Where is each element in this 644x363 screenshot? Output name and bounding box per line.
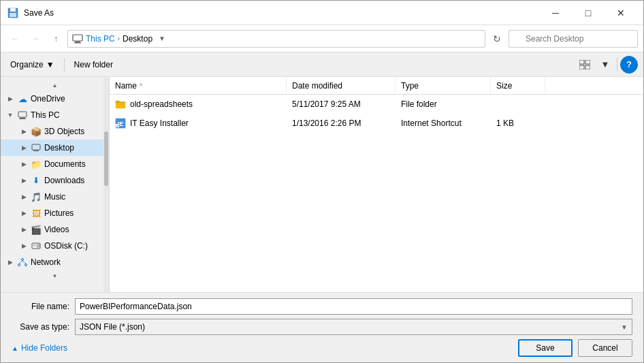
- address-bar: ← → ↑ This PC › Desktop ▼ ↻ 🔍: [1, 25, 643, 52]
- filetype-row: Save as type: JSON File (*.json) ▼: [12, 319, 632, 335]
- svg-point-17: [37, 244, 39, 247]
- documents-icon: 📁: [31, 159, 42, 170]
- help-button[interactable]: ?: [620, 56, 638, 74]
- sidebar-item-videos[interactable]: ▶ 🎬 Videos: [1, 221, 109, 238]
- sidebar-label-music: Music: [44, 192, 65, 202]
- svg-rect-11: [20, 118, 25, 119]
- sidebar-label-downloads: Downloads: [44, 176, 84, 185]
- col-header-date[interactable]: Date modified: [287, 77, 396, 94]
- expand-icon-documents: ▶: [20, 160, 28, 168]
- action-row: ▲ Hide Folders Save Cancel: [12, 339, 632, 357]
- organize-button[interactable]: Organize ▼: [6, 57, 59, 73]
- main-content: ▲ ▶ ☁ OneDrive ▼ This PC: [1, 77, 643, 292]
- sidebar: ▲ ▶ ☁ OneDrive ▼ This PC: [1, 77, 110, 292]
- file-type-0: File folder: [396, 99, 491, 109]
- sidebar-label-pictures: Pictures: [44, 208, 74, 218]
- new-folder-button[interactable]: New folder: [70, 57, 117, 73]
- sidebar-scroll-up[interactable]: ▲: [1, 80, 109, 91]
- sidebar-item-desktop[interactable]: ▶ Desktop: [1, 140, 109, 156]
- save-icon: [7, 7, 18, 18]
- sidebar-item-network[interactable]: ▶ Network: [1, 254, 109, 270]
- back-button[interactable]: ←: [6, 30, 24, 48]
- sidebar-scrollbar-thumb: [104, 131, 108, 186]
- maximize-button[interactable]: □: [573, 5, 604, 21]
- sidebar-scrollbar[interactable]: [103, 77, 109, 292]
- sidebar-item-onedrive[interactable]: ▶ ☁ OneDrive: [1, 91, 109, 107]
- save-button[interactable]: Save: [518, 339, 573, 357]
- view-button[interactable]: [576, 57, 594, 73]
- sidebar-label-desktop: Desktop: [44, 143, 74, 153]
- svg-rect-9: [585, 65, 590, 69]
- breadcrumb-desktop: Desktop: [123, 34, 152, 44]
- cancel-button[interactable]: Cancel: [578, 339, 632, 357]
- computer-icon: [72, 34, 83, 44]
- toolbar: Organize ▼ New folder ▼ ?: [1, 52, 643, 77]
- col-header-size[interactable]: Size: [491, 77, 545, 94]
- refresh-button[interactable]: ↻: [488, 30, 506, 48]
- expand-icon-network: ▶: [6, 258, 14, 266]
- sidebar-item-3dobjects[interactable]: ▶ 📦 3D Objects: [1, 123, 109, 140]
- svg-rect-13: [32, 144, 40, 150]
- filetype-label: Save as type:: [12, 322, 69, 332]
- expand-icon-3dobjects: ▶: [20, 127, 28, 136]
- search-wrapper: 🔍: [509, 30, 638, 48]
- filetype-dropdown-arrow: ▼: [621, 323, 628, 331]
- up-button[interactable]: ↑: [47, 30, 65, 48]
- expand-icon-music: ▶: [20, 193, 28, 201]
- svg-point-20: [25, 264, 27, 266]
- breadcrumb-dropdown[interactable]: ▼: [155, 32, 169, 46]
- filetype-select[interactable]: JSON File (*.json) ▼: [75, 319, 632, 335]
- svg-rect-4: [75, 42, 80, 43]
- svg-rect-1: [10, 8, 16, 12]
- forward-button[interactable]: →: [27, 30, 44, 48]
- view-options-button[interactable]: ▼: [596, 57, 614, 73]
- sidebar-label-documents: Documents: [44, 159, 86, 169]
- search-input[interactable]: [509, 30, 638, 48]
- title-controls: ─ □ ✕: [540, 5, 637, 21]
- expand-icon-thispc: ▼: [6, 111, 14, 119]
- sidebar-item-documents[interactable]: ▶ 📁 Documents: [1, 156, 109, 172]
- svg-rect-16: [33, 244, 35, 246]
- file-row-1[interactable]: IE ↗ IT Easy Installer 1/13/2016 2:26 PM…: [110, 114, 643, 133]
- sidebar-label-network: Network: [31, 257, 61, 267]
- svg-rect-10: [18, 112, 27, 117]
- desktop-icon: [31, 142, 42, 153]
- col-header-name[interactable]: Name ^: [110, 77, 287, 94]
- sidebar-item-downloads[interactable]: ▶ ⬇ Downloads: [1, 172, 109, 189]
- toolbar-separator: [64, 58, 65, 72]
- expand-icon-onedrive: ▶: [6, 95, 14, 103]
- file-date-0: 5/11/2017 9:25 AM: [287, 99, 396, 109]
- sidebar-item-music[interactable]: ▶ 🎵 Music: [1, 189, 109, 205]
- filename-input[interactable]: [75, 298, 632, 315]
- osdisk-icon: [31, 240, 42, 251]
- hide-folders-icon: ▲: [12, 345, 18, 352]
- sidebar-item-osdisk[interactable]: ▶ OSDisk (C:): [1, 238, 109, 254]
- close-button[interactable]: ✕: [605, 5, 637, 21]
- file-list-header: Name ^ Date modified Type Size: [110, 77, 643, 95]
- title-bar: Save As ─ □ ✕: [1, 1, 643, 25]
- pictures-icon: 🖼: [31, 208, 42, 219]
- col-header-type[interactable]: Type: [396, 77, 491, 94]
- file-size-1: 1 KB: [491, 119, 545, 128]
- toolbar-sep2: [617, 58, 617, 72]
- svg-rect-2: [10, 13, 16, 17]
- svg-rect-23: [116, 103, 125, 108]
- svg-line-22: [22, 261, 26, 264]
- hide-folders-toggle[interactable]: ▲ Hide Folders: [12, 343, 67, 353]
- expand-icon-pictures: ▶: [20, 209, 28, 217]
- file-list: Name ^ Date modified Type Size: [110, 77, 643, 292]
- minimize-button[interactable]: ─: [540, 5, 571, 21]
- sidebar-label-onedrive: OneDrive: [31, 94, 65, 104]
- file-date-1: 1/13/2016 2:26 PM: [287, 119, 396, 128]
- sidebar-scroll-down[interactable]: ▼: [1, 270, 109, 281]
- breadcrumb-sep: ›: [118, 35, 120, 42]
- svg-rect-6: [579, 60, 584, 64]
- sidebar-item-pictures[interactable]: ▶ 🖼 Pictures: [1, 205, 109, 221]
- sort-arrow: ^: [140, 82, 142, 89]
- breadcrumb: This PC › Desktop ▼: [67, 30, 485, 48]
- sidebar-item-thispc[interactable]: ▼ This PC: [1, 107, 109, 123]
- breadcrumb-thispc[interactable]: This PC: [86, 34, 115, 44]
- file-row-0[interactable]: old-spreadsheets 5/11/2017 9:25 AM File …: [110, 95, 643, 114]
- thispc-icon: [17, 110, 28, 121]
- sidebar-label-thispc: This PC: [31, 110, 60, 120]
